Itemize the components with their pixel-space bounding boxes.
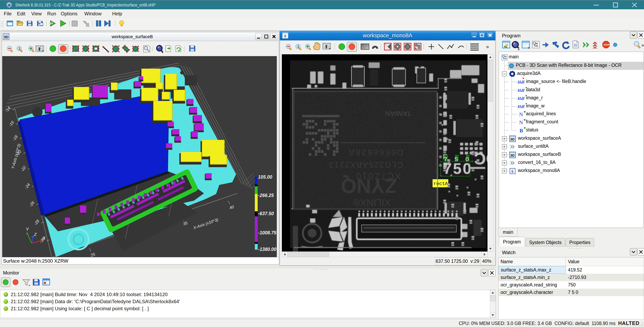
svg-text:X: X	[42, 235, 46, 240]
svg-text:Hdl: Hdl	[517, 104, 524, 109]
svg-text:-14: -14	[4, 106, 11, 113]
svg-text:-1008.75: -1008.75	[258, 230, 276, 235]
svg-text:Hdl: Hdl	[517, 88, 524, 93]
svg-text:-22: -22	[20, 165, 27, 172]
svg-text:-24: -24	[24, 182, 31, 190]
svg-text:-28: -28	[33, 219, 40, 226]
svg-text:40: 40	[229, 204, 234, 210]
svg-text:B: B	[520, 128, 523, 134]
svg-text:-1380.00: -1380.00	[258, 247, 276, 252]
svg-text:8: 8	[284, 34, 286, 38]
svg-text:»: »	[642, 42, 644, 48]
svg-text:-266.25: -266.25	[258, 193, 274, 198]
svg-text:-16: -16	[8, 120, 15, 127]
svg-text:N: N	[519, 111, 523, 118]
svg-text:105.00: 105.00	[258, 174, 272, 180]
svg-text:Hdl: Hdl	[517, 96, 524, 101]
svg-text:-18: -18	[12, 134, 18, 142]
svg-text:X-Axis (x10^3): X-Axis (x10^3)	[192, 217, 219, 230]
svg-text:1: 1	[51, 22, 53, 26]
svg-text:3D: 3D	[510, 137, 515, 141]
svg-text:35: 35	[182, 221, 188, 226]
svg-text:»: »	[486, 44, 489, 50]
svg-text:1: 1	[297, 45, 299, 49]
svg-text:1: 1	[18, 47, 20, 51]
svg-text:-637.50: -637.50	[258, 211, 274, 216]
svg-text:-26: -26	[28, 200, 36, 208]
svg-text:3D: 3D	[510, 154, 515, 157]
svg-text:3D: 3D	[4, 35, 8, 39]
svg-text:N: N	[519, 120, 523, 126]
svg-text:25: 25	[90, 252, 96, 257]
svg-text:Y: Y	[26, 227, 29, 232]
svg-text:Hdl: Hdl	[517, 80, 524, 85]
svg-text:Z: Z	[34, 232, 37, 237]
svg-text:8: 8	[512, 170, 513, 173]
svg-text:STOP: STOP	[604, 44, 610, 46]
svg-text:Y-Axis (x10^3): Y-Axis (x10^3)	[10, 143, 22, 169]
